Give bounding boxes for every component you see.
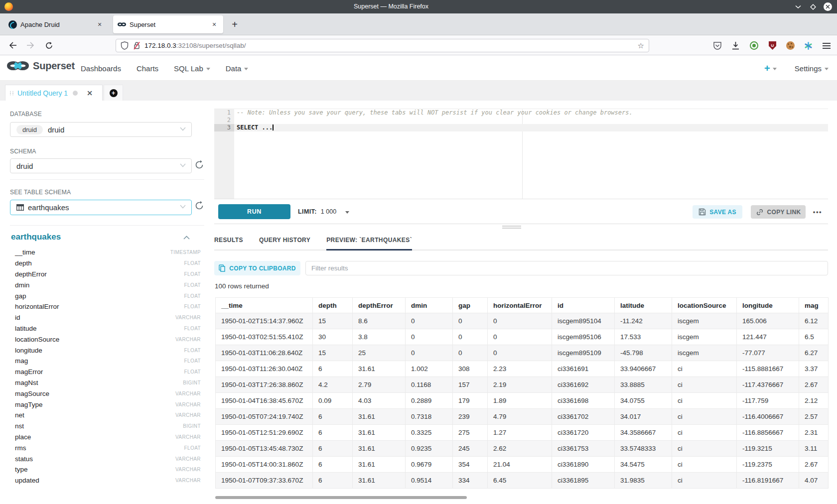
schema-column-row[interactable]: magNstBIGINT bbox=[15, 378, 201, 388]
table-schema-title[interactable]: earthquakes bbox=[11, 232, 61, 242]
ublock-icon[interactable]: U bbox=[768, 41, 777, 50]
schema-column-row[interactable]: longitudeFLOAT bbox=[15, 345, 201, 356]
new-tab-button[interactable]: + bbox=[228, 17, 242, 31]
new-query-tab-button[interactable]: + bbox=[104, 85, 123, 101]
table-header-mag[interactable]: mag bbox=[799, 298, 829, 313]
schema-column-row[interactable]: magTypeVARCHAR bbox=[15, 399, 201, 410]
table-cell: ci bbox=[672, 393, 737, 409]
database-label: DATABASE bbox=[10, 111, 42, 118]
query-tab-close-icon[interactable]: ✕ bbox=[87, 89, 93, 97]
close-icon[interactable] bbox=[824, 2, 832, 11]
sql-editor[interactable]: 1 2 3 -- Note: Unless you save your quer… bbox=[214, 109, 828, 199]
schema-column-row[interactable]: netVARCHAR bbox=[15, 410, 201, 421]
limit-dropdown[interactable]: LIMIT: 1 000 bbox=[298, 204, 349, 219]
extension-green-icon[interactable] bbox=[749, 41, 759, 50]
schema-column-row[interactable]: placeVARCHAR bbox=[15, 432, 201, 443]
schema-column-row[interactable]: idVARCHAR bbox=[15, 312, 201, 323]
resize-handle[interactable] bbox=[502, 226, 521, 230]
schema-column-row[interactable]: updatedVARCHAR bbox=[15, 475, 201, 486]
schema-column-row[interactable]: latitudeFLOAT bbox=[15, 323, 201, 334]
column-name: magSource bbox=[15, 390, 49, 397]
result-tab-results[interactable]: RESULTS bbox=[214, 231, 243, 251]
nav-sqllab[interactable]: SQL Lab bbox=[174, 64, 210, 73]
superset-logo[interactable]: Superset bbox=[7, 59, 75, 72]
copy-to-clipboard-button[interactable]: COPY TO CLIPBOARD bbox=[214, 261, 300, 275]
table-header-locationSource[interactable]: locationSource bbox=[672, 298, 737, 313]
horizontal-scrollbar[interactable] bbox=[215, 496, 467, 499]
nav-charts[interactable]: Charts bbox=[137, 64, 158, 73]
table-cell: -11.242 bbox=[615, 313, 672, 329]
schema-select[interactable]: druid bbox=[10, 158, 192, 173]
table-header-longitude[interactable]: longitude bbox=[737, 298, 799, 313]
table-cell: 30 bbox=[313, 329, 353, 345]
column-type: FLOAT bbox=[184, 326, 201, 331]
result-tab-preview-earthquakes[interactable]: PREVIEW: `EARTHQUAKES` bbox=[326, 231, 412, 251]
schema-column-row[interactable]: typeVARCHAR bbox=[15, 464, 201, 475]
nav-dashboards[interactable]: Dashboards bbox=[81, 64, 121, 73]
schema-column-row[interactable]: magErrorFLOAT bbox=[15, 367, 201, 378]
filter-results-input[interactable] bbox=[305, 261, 828, 275]
table-header-depthError[interactable]: depthError bbox=[353, 298, 406, 313]
schema-column-row[interactable]: locationSourceVARCHAR bbox=[15, 334, 201, 345]
table-cell: 21.04 bbox=[488, 457, 552, 473]
save-as-button[interactable]: SAVE AS bbox=[693, 205, 742, 219]
schema-column-row[interactable]: horizontalErrorFLOAT bbox=[15, 301, 201, 312]
bookmark-star-icon[interactable]: ☆ bbox=[638, 41, 644, 50]
browser-tab-superset[interactable]: Superset × bbox=[113, 15, 223, 33]
tab-close-icon[interactable]: × bbox=[95, 20, 104, 28]
table-select[interactable]: earthquakes bbox=[10, 200, 192, 215]
column-name: updated bbox=[15, 477, 39, 484]
table-cell: 0.09 bbox=[313, 393, 353, 409]
schema-column-row[interactable]: depthFLOAT bbox=[15, 258, 201, 269]
schema-column-row[interactable]: depthErrorFLOAT bbox=[15, 269, 201, 280]
schema-column-row[interactable]: nstBIGINT bbox=[15, 421, 201, 432]
maximize-icon[interactable] bbox=[809, 2, 817, 11]
table-header-depth[interactable]: depth bbox=[313, 298, 353, 313]
schema-column-row[interactable]: magSourceVARCHAR bbox=[15, 388, 201, 399]
schema-column-row[interactable]: __timeTIMESTAMP bbox=[15, 247, 201, 258]
forward-icon[interactable] bbox=[23, 38, 37, 52]
table-header-horizontalError[interactable]: horizontalError bbox=[488, 298, 552, 313]
more-options-button[interactable]: ••• bbox=[813, 205, 822, 219]
drag-handle-icon[interactable] bbox=[10, 91, 14, 96]
schema-column-row[interactable]: gapFLOAT bbox=[15, 290, 201, 301]
schema-column-row[interactable]: rmsFLOAT bbox=[15, 442, 201, 453]
download-icon[interactable] bbox=[731, 41, 740, 50]
nav-data[interactable]: Data bbox=[226, 64, 249, 73]
extension-asterisk-icon[interactable] bbox=[804, 41, 813, 50]
table-header-dmin[interactable]: dmin bbox=[406, 298, 453, 313]
refresh-table-icon[interactable] bbox=[194, 201, 204, 211]
table-header-time[interactable]: __time bbox=[216, 298, 313, 313]
schema-column-row[interactable]: statusVARCHAR bbox=[15, 453, 201, 464]
chevron-up-icon[interactable] bbox=[183, 236, 190, 240]
tab-close-icon[interactable]: × bbox=[210, 20, 219, 28]
table-header-id[interactable]: id bbox=[552, 298, 615, 313]
refresh-schema-icon[interactable] bbox=[194, 160, 204, 170]
query-tab[interactable]: Untitled Query 1 ✕ bbox=[5, 85, 103, 101]
table-header-latitude[interactable]: latitude bbox=[615, 298, 672, 313]
column-type: FLOAT bbox=[184, 348, 201, 353]
result-tab-query-history[interactable]: QUERY HISTORY bbox=[259, 231, 310, 251]
database-select[interactable]: druid druid bbox=[10, 122, 192, 137]
window-title: Superset — Mozilla Firefox bbox=[0, 0, 837, 13]
schema-column-row[interactable]: dminFLOAT bbox=[15, 279, 201, 290]
column-type: VARCHAR bbox=[175, 391, 201, 396]
menu-icon[interactable] bbox=[822, 41, 831, 50]
run-button[interactable]: RUN bbox=[218, 204, 290, 219]
schema-column-row[interactable]: magFLOAT bbox=[15, 356, 201, 367]
minimize-icon[interactable] bbox=[794, 2, 802, 11]
back-icon[interactable] bbox=[6, 38, 20, 52]
table-header-gap[interactable]: gap bbox=[453, 298, 488, 313]
browser-tab-apache-druid[interactable]: Apache Druid × bbox=[4, 15, 109, 33]
reload-icon[interactable] bbox=[42, 38, 56, 52]
settings-menu[interactable]: Settings bbox=[795, 64, 829, 73]
cookie-icon[interactable] bbox=[786, 41, 795, 50]
copy-link-button[interactable]: COPY LINK bbox=[751, 205, 806, 219]
tracking-shield-icon[interactable] bbox=[121, 41, 129, 50]
pocket-icon[interactable] bbox=[712, 41, 722, 50]
table-cell: 1950-01-03T11:26:30.040Z bbox=[216, 361, 313, 377]
table-cell: 121.447 bbox=[737, 329, 799, 345]
url-input[interactable]: 172.18.0.3:32108/superset/sqllab/ ☆ bbox=[116, 39, 649, 52]
add-button[interactable]: + bbox=[764, 63, 777, 74]
lock-insecure-icon[interactable] bbox=[133, 41, 140, 50]
